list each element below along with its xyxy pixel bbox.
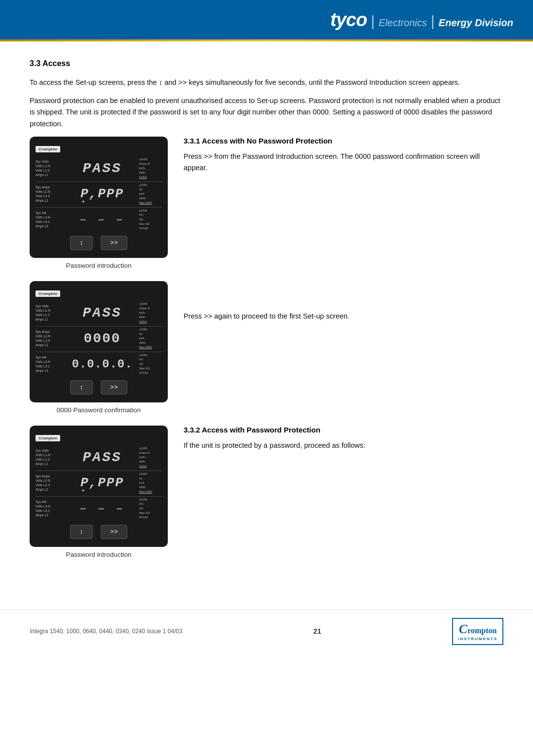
section-title: 3.3 Access [30, 59, 503, 68]
section-332-row: Crompton Sys VoltsVolts L1-NVolts L1-2Am… [30, 426, 503, 558]
device-1-forward-btn: >> [101, 236, 127, 250]
device-1-row-3-labels: Sys kWVolts L3-NVolts L3-1Amps L3 [36, 211, 67, 228]
device-3-row-1: Sys VoltsVolts L1-NVolts L1-2Amps L1 PAS… [36, 446, 162, 468]
device-3-row-2-display: P,PPP★ [67, 474, 137, 492]
energy-division-text: Energy Division [439, 17, 513, 29]
section-332-right: 3.3.2 Access with Password Protection If… [184, 426, 503, 451]
device-3-row-2-side: x1000HzkVAkWDMax kWD [137, 472, 162, 494]
device-3-updown-btn: ↕ [70, 525, 93, 539]
device-2-row-2-labels: Sys AmpsVolts L2-NVolts L2-3Amps L2 [36, 329, 67, 347]
device-2-caption: 0000 Password confirmation [30, 406, 168, 414]
tyco-logo-text: tyco [330, 9, 367, 31]
device-brand-2: Crompton [36, 290, 60, 297]
device-3-caption: Password introduction [30, 551, 168, 558]
footer: Integra 1540, 1000, 0640, 0440, 0340, 02… [0, 610, 533, 653]
subsection-332-desc: If the unit is protected by a password, … [184, 440, 503, 451]
logo-divider-2: | [431, 13, 435, 30]
device-2: Crompton Sys VoltsVolts L1-NVolts L1-2Am… [30, 281, 168, 402]
device-2-col: Crompton Sys VoltsVolts L1-NVolts L1-2Am… [30, 281, 168, 414]
device-1-row-2-display: P,PPP★ [67, 185, 137, 203]
subsection-331-desc2: Press >> again to proceed to the first S… [184, 311, 503, 322]
crompton-logo: C rompton INSTRUMENTS [452, 618, 503, 645]
subsection-331-desc1: Press >> from the Password Introduction … [184, 151, 503, 174]
device-1-row-3-display: – – – [67, 211, 137, 228]
device-3-buttons: ↕ >> [36, 525, 162, 539]
device-1-row-1-labels: Sys VoltsVolts L1-NVolts L1-2Amps L1 [36, 159, 67, 177]
device-3-row-1-display: PASS [67, 448, 137, 466]
subsection-331-title: 3.3.1 Access with No Password Protection [184, 137, 503, 145]
device-1-row-1: Sys VoltsVolts L1-NVolts L1-2Amps L1 PAS… [36, 157, 162, 180]
device-3-col: Crompton Sys VoltsVolts L1-NVolts L1-2Am… [30, 426, 168, 558]
crompton-c-letter: C [459, 622, 467, 637]
footer-copyright: Integra 1540, 1000, 0640, 0440, 0340, 02… [30, 628, 183, 635]
device-brand-1: Crompton [36, 146, 60, 152]
device-3-row-1-labels: Sys VoltsVolts L1-NVolts L1-2Amps L1 [36, 448, 67, 466]
footer-page-number: 21 [313, 627, 321, 635]
logo-divider-1: | [371, 13, 375, 30]
device-1-row-3-side: x1000P.F.ADMax AD%THD [137, 209, 162, 231]
header: tyco | Electronics | Energy Division [0, 0, 533, 39]
device-2-updown-btn: ↕ [70, 380, 93, 395]
device-2-buttons: ↕ >> [36, 380, 162, 395]
device-2-row-3-display: 0.0.0.0. [67, 355, 137, 373]
section-331-row: Crompton Sys VoltsVolts L1-NVolts L1-2Am… [30, 137, 503, 269]
device-2-forward-btn: >> [101, 380, 127, 395]
device-1-row-1-display: PASS [67, 159, 137, 177]
section-331-right2: Press >> again to proceed to the first S… [184, 281, 503, 322]
device-3-row-1-side: x1000Amps NkVArkWhkVA/h [137, 446, 162, 468]
device-3-row-3-labels: Sys kWVolts L3-NVolts L3-1Amps L3 [36, 500, 67, 517]
device-1: Crompton Sys VoltsVolts L1-NVolts L1-2Am… [30, 137, 168, 258]
device-2-row-2: Sys AmpsVolts L2-NVolts L2-3Amps L2 0000… [36, 327, 162, 350]
device-3-forward-btn: >> [101, 525, 127, 539]
device-1-row-3: Sys kWVolts L3-NVolts L3-1Amps L3 – – – … [36, 209, 162, 231]
section-331-row2: Crompton Sys VoltsVolts L1-NVolts L1-2Am… [30, 281, 503, 414]
device-2-row-1-display: PASS [67, 304, 137, 322]
device-1-updown-btn: ↕ [70, 236, 93, 250]
device-2-row-3: Sys kWVolts L3-NVolts L3-1Amps L3 0.0.0.… [36, 353, 162, 375]
device-1-caption: Password introduction [30, 262, 168, 269]
device-2-row-3-side: x1000P.F.ADMax AD%THD [137, 353, 162, 375]
device-1-row-2: Sys AmpsVolts L2-NVolts L2-3Amps L2 P,PP… [36, 183, 162, 205]
device-1-row-1-side: x1000Amps NkVArkWhkVA/h [137, 157, 162, 180]
section-331-right: 3.3.1 Access with No Password Protection… [184, 137, 503, 174]
device-3-row-2-labels: Sys AmpsVolts L2-NVolts L2-3Amps L2 [36, 474, 67, 492]
company-logo: tyco | Electronics | Energy Division [330, 9, 513, 31]
device-2-row-1: Sys VoltsVolts L1-NVolts L1-2Amps L1 PAS… [36, 302, 162, 324]
device-3-row-3: Sys kWVolts L3-NVolts L3-1Amps L3 – – – … [36, 498, 162, 520]
device-2-row-2-side: x1000HzkVAkWDMax kWD [137, 327, 162, 350]
device-1-buttons: ↕ >> [36, 236, 162, 250]
device-2-row-3-labels: Sys kWVolts L3-NVolts L3-1Amps L3 [36, 355, 67, 373]
subsection-332-title: 3.3.2 Access with Password Protection [184, 426, 503, 434]
device-3-row-3-display: – – – [67, 500, 137, 517]
device-2-row-1-labels: Sys VoltsVolts L1-NVolts L1-2Amps L1 [36, 304, 67, 322]
intro-paragraph-2: Password protection can be enabled to pr… [30, 95, 503, 130]
device-1-col: Crompton Sys VoltsVolts L1-NVolts L1-2Am… [30, 137, 168, 269]
electronics-text: Electronics [379, 17, 427, 29]
device-3: Crompton Sys VoltsVolts L1-NVolts L1-2Am… [30, 426, 168, 547]
device-1-row-2-side: x1000HzkVAkWDMax kWD [137, 183, 162, 205]
device-1-row-2-labels: Sys AmpsVolts L2-NVolts L2-3Amps L2 [36, 185, 67, 203]
device-3-row-2: Sys AmpsVolts L2-NVolts L2-3Amps L2 P,PP… [36, 472, 162, 494]
intro-paragraph-1: To access the Set-up screens, press the … [30, 77, 503, 88]
device-3-row-3-side: x1000P.F.ADMax AD%THD [137, 498, 162, 520]
device-brand-3: Crompton [36, 435, 60, 441]
main-content: 3.3 Access To access the Set-up screens,… [0, 41, 533, 600]
crompton-name-text: rompton [467, 626, 496, 635]
device-2-row-2-display: 0000 [67, 329, 137, 347]
crompton-instruments-text: INSTRUMENTS [458, 637, 497, 641]
device-2-row-1-side: x1000Amps NkVArkWhkVA/h [137, 302, 162, 324]
